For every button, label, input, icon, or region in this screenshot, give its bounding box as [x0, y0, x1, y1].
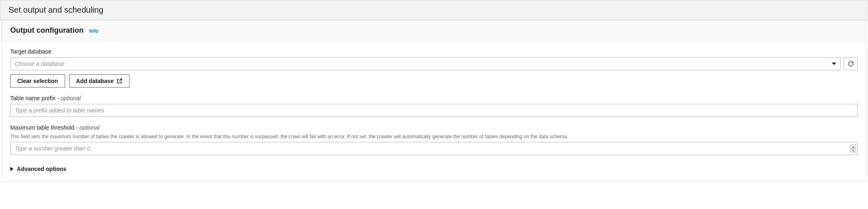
- page-title: Set output and scheduling: [9, 5, 859, 15]
- chevron-up-icon: ▲: [852, 145, 855, 148]
- caret-right-icon: [10, 167, 14, 171]
- number-spinner: ▲ ▼: [850, 144, 856, 152]
- clear-selection-button[interactable]: Clear selection: [10, 74, 65, 88]
- target-database-select[interactable]: Choose a database: [10, 57, 841, 70]
- max-threshold-label-text: Maximum table threshold -: [10, 124, 79, 131]
- table-prefix-label-text: Table name prefix -: [10, 95, 61, 101]
- add-database-button[interactable]: Add database: [69, 74, 130, 88]
- add-database-label: Add database: [76, 78, 114, 84]
- target-database-placeholder: Choose a database: [15, 61, 64, 67]
- target-database-label: Target database: [10, 48, 858, 55]
- advanced-options-toggle[interactable]: Advanced options: [10, 166, 858, 172]
- page-header: Set output and scheduling: [0, 0, 868, 20]
- table-prefix-input[interactable]: [10, 104, 858, 117]
- refresh-icon: [848, 61, 854, 67]
- table-prefix-label: Table name prefix - optional: [10, 95, 858, 101]
- max-threshold-input[interactable]: [10, 142, 858, 155]
- refresh-button[interactable]: [844, 57, 858, 70]
- output-config-panel: Output configuration Info Target databas…: [2, 20, 866, 182]
- table-prefix-optional: optional: [61, 95, 81, 101]
- external-link-icon: [117, 78, 122, 84]
- max-threshold-label: Maximum table threshold - optional: [10, 124, 858, 131]
- advanced-options-label: Advanced options: [17, 166, 66, 172]
- table-prefix-field: Table name prefix - optional: [10, 95, 858, 117]
- info-link[interactable]: Info: [89, 28, 98, 34]
- clear-selection-label: Clear selection: [17, 78, 58, 84]
- panel-header: Output configuration Info: [2, 20, 866, 41]
- spinner-up-button[interactable]: ▲: [850, 144, 856, 148]
- spinner-down-button[interactable]: ▼: [850, 148, 856, 152]
- panel-title: Output configuration: [10, 26, 84, 35]
- max-threshold-hint: This field sets the maximum number of ta…: [10, 133, 858, 140]
- target-database-field: Target database Choose a database: [10, 48, 858, 88]
- panel-body: Target database Choose a database: [2, 41, 866, 181]
- max-threshold-optional: optional: [79, 124, 100, 131]
- max-threshold-field: Maximum table threshold - optional This …: [10, 124, 858, 155]
- chevron-down-icon: [832, 63, 836, 65]
- chevron-down-icon: ▼: [852, 149, 855, 152]
